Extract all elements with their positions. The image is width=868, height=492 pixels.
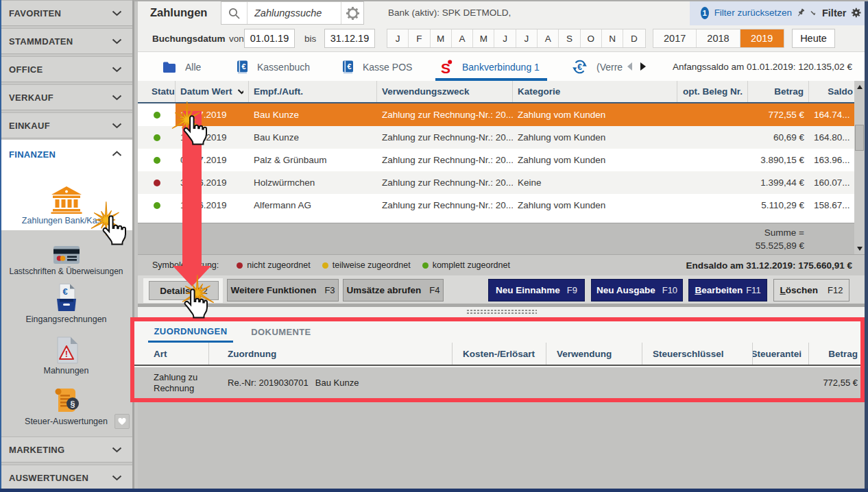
tabs-scroll-left-arrow[interactable] — [627, 62, 632, 71]
status-cell — [138, 126, 176, 149]
sidebar-section-auswertungen[interactable]: AUSWERTUNGEN — [0, 465, 132, 491]
column-header-empf-auft[interactable]: Empf./Auft. — [249, 81, 377, 102]
sidebar-section-office[interactable]: OFFICE — [0, 56, 132, 82]
chevron-down-icon[interactable] — [810, 10, 815, 16]
column-header-datum-wert[interactable]: Datum Wert — [176, 81, 249, 102]
month-button-jul[interactable]: J — [516, 29, 538, 47]
search-icon[interactable] — [221, 2, 248, 24]
sidebar-item-label: Steuer-Auswertungen — [0, 417, 132, 426]
tab-verrechnungskonto[interactable]: € (Verre — [572, 52, 623, 82]
fkey-label: F3 — [324, 285, 335, 295]
bearbeiten-button[interactable]: BearbeitenF11 — [688, 279, 767, 302]
loeschen-button[interactable]: LöschenF12 — [773, 279, 849, 302]
category-cell: Zahlung vom Kunden — [513, 194, 677, 217]
year-button-2018[interactable]: 2018 — [697, 29, 740, 47]
filter-reset-link[interactable]: Filter zurücksetzen — [714, 8, 792, 18]
sidebar-item-lastschriften[interactable]: Lastschriften & Überweisungen — [0, 234, 132, 282]
scrollbar-thumb[interactable] — [855, 125, 864, 151]
table-row[interactable]: 10.07.2019 Bau Kunze Zahlung zur Rechnun… — [138, 126, 854, 149]
favorite-toggle-button[interactable] — [114, 414, 130, 429]
detail-table-row[interactable]: Zahlung zuRechnung Re.-Nr: 2019030701Bau… — [134, 367, 860, 398]
sidebar-section-einkauf[interactable]: EINKAUF — [0, 112, 132, 138]
column-header-art[interactable]: Art — [134, 343, 209, 365]
status-cell — [138, 103, 176, 126]
column-header-betrag[interactable]: Betrag — [748, 81, 809, 102]
filter-settings-gear-icon[interactable] — [852, 5, 861, 20]
sidebar-section-finanzen[interactable]: FINANZEN — [0, 140, 132, 169]
column-header-kosten-erloesart[interactable]: Kosten-/Erlösart — [453, 343, 546, 365]
saldo-cell: 163.96... — [809, 149, 854, 171]
sidebar-splitter[interactable] — [132, 0, 138, 489]
sidebar-item-eingangsrechnungen[interactable]: € Eingangsrechnungen — [0, 282, 132, 334]
month-button-feb[interactable]: F — [409, 29, 430, 47]
column-header-kategorie[interactable]: Kategorie — [513, 81, 677, 102]
month-button-nov[interactable]: N — [602, 29, 623, 47]
date-from-input[interactable] — [244, 29, 295, 48]
verwendung-cell — [546, 367, 642, 398]
column-header-zuordnung[interactable]: Zuordnung — [209, 343, 453, 365]
sidebar-section-label: OFFICE — [9, 64, 43, 75]
sort-desc-icon — [237, 89, 243, 95]
month-button-apr[interactable]: A — [452, 29, 473, 47]
sidebar-section-verkauf[interactable]: VERKAUF — [0, 84, 132, 110]
column-header-steuerschluessel[interactable]: Steuerschlüssel — [642, 343, 753, 365]
neu-einnahme-button[interactable]: Neu EinnahmeF9 — [488, 279, 585, 302]
tab-kasse-pos[interactable]: € Kasse POS — [342, 52, 412, 82]
column-header-beleg-nr[interactable]: opt. Beleg Nr. — [677, 81, 748, 102]
month-button-jun[interactable]: J — [494, 29, 516, 47]
year-button-2019[interactable]: 2019 — [740, 29, 784, 47]
sidebar-section-stammdaten[interactable]: STAMMDATEN — [0, 28, 132, 54]
month-button-oct[interactable]: O — [581, 29, 602, 47]
month-button-sep[interactable]: S — [559, 29, 580, 47]
status-dot — [154, 134, 160, 141]
month-button-may[interactable]: M — [473, 29, 494, 47]
umsaetze-abrufen-button[interactable]: Umsätze abrufenF4 — [343, 279, 444, 302]
table-row[interactable]: 15.07.2019 Bau Kunze Zahlung zur Rechnun… — [138, 103, 854, 126]
search-input[interactable] — [248, 2, 341, 24]
tab-dokumente[interactable]: DOKUMENTE — [247, 321, 315, 343]
month-button-aug[interactable]: A — [538, 29, 559, 47]
sidebar-item-zahlungen-bank-kasse[interactable]: Zahlungen Bank/Kasse — [0, 169, 132, 230]
tab-label: Kassenbuch — [257, 62, 310, 73]
today-button[interactable]: Heute — [792, 29, 835, 48]
column-header-status[interactable]: Status — [138, 81, 176, 102]
sidebar-item-steuer-auswertungen[interactable]: § Steuer-Auswertungen — [0, 384, 132, 435]
amount-cell: 1.399,44 € — [748, 171, 809, 194]
sidebar-section-marketing[interactable]: MARKETING — [0, 436, 132, 463]
tabs-scroll-right-arrow[interactable] — [640, 62, 646, 71]
tab-kassenbuch[interactable]: € Kassenbuch — [237, 52, 310, 82]
detail-panel-annotation-box: ZUORDNUNGEN DOKUMENTE Art Zuordnung Kost… — [130, 317, 865, 402]
column-header-verwendungszweck[interactable]: Verwendungszweck — [377, 81, 513, 102]
column-header-betrag[interactable]: Betrag — [809, 343, 860, 365]
scroll-up-button[interactable] — [854, 81, 865, 93]
details-button[interactable]: DetailsF2 — [149, 281, 219, 300]
filter-menu-label[interactable]: Filter — [822, 8, 846, 19]
splitter-drag-handle[interactable] — [466, 309, 537, 315]
neu-ausgabe-button[interactable]: Neu AusgabeF10 — [591, 279, 683, 302]
table-row[interactable]: 03.07.2019 Palz & Grünbaum Zahlung zur R… — [138, 149, 854, 171]
sidebar-item-mahnungen[interactable]: ! Mahnungen — [0, 334, 132, 384]
year-button-2017[interactable]: 2017 — [653, 29, 697, 47]
weitere-funktionen-button[interactable]: Weitere FunktionenF3 — [227, 279, 339, 302]
month-button-dec[interactable]: D — [623, 29, 644, 47]
column-header-saldo[interactable]: Saldo — [809, 81, 854, 102]
sidebar-section-label: FINANZEN — [9, 149, 56, 160]
month-button-mar[interactable]: M — [431, 29, 452, 47]
tab-zuordnungen[interactable]: ZUORDNUNGEN — [148, 321, 233, 343]
table-row[interactable]: 30.06.2019 Holzwürmchen Zahlung zur Rech… — [138, 171, 854, 194]
search-settings-gear-icon[interactable] — [341, 2, 363, 24]
column-header-verwendung[interactable]: Verwendung — [546, 343, 642, 365]
svg-text:€: € — [347, 62, 351, 71]
scroll-down-button[interactable] — [854, 243, 865, 254]
pin-icon[interactable] — [797, 6, 805, 20]
month-button-jan[interactable]: J — [387, 29, 409, 47]
tab-alle[interactable]: Alle — [162, 52, 201, 82]
buchungsdatum-label: Buchungsdatum — [152, 34, 226, 44]
column-header-steueranteil[interactable]: Steuerantei — [753, 343, 809, 365]
date-to-input[interactable] — [324, 29, 375, 48]
tab-bankverbindung-1[interactable]: S Bankverbindung 1 — [441, 52, 540, 82]
table-row[interactable]: 17.06.2019 Alfermann AG Zahlung zur Rech… — [138, 194, 854, 217]
sidebar-section-favoriten[interactable]: FAVORITEN — [0, 0, 132, 26]
chevron-down-icon — [112, 123, 122, 129]
sidebar-item-label: Mahnungen — [0, 366, 132, 376]
